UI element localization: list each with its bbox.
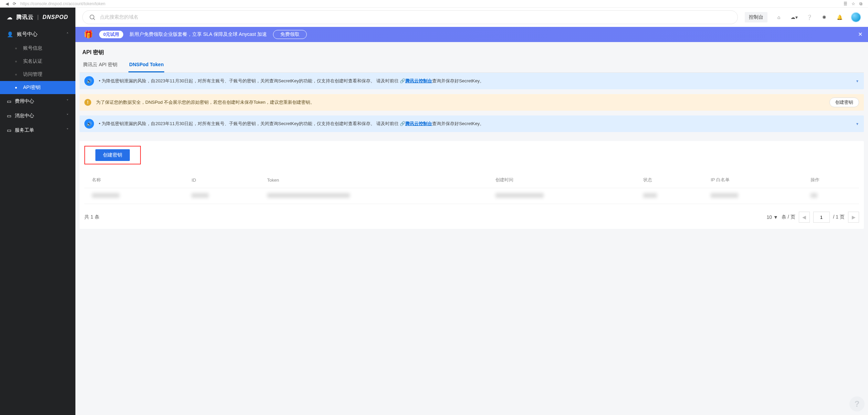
link-icon: 🔗 <box>400 78 405 83</box>
sidebar-section-label: 费用中心 <box>15 98 34 104</box>
browser-address-bar: ◀ ⟳ https://console.dnspod.cn/account/to… <box>0 0 868 8</box>
alert-suffix: 查询并保存好SecretKey。 <box>432 121 484 126</box>
alert-prefix: • 为降低密钥泄漏的风险，自2023年11月30日起，对所有主账号、子账号的密钥… <box>99 78 400 83</box>
sidebar-item-api-key[interactable]: API密钥 <box>0 81 75 94</box>
page-size-select[interactable]: 10 ▼ <box>767 214 778 220</box>
create-key-button[interactable]: 创建密钥 <box>95 149 130 161</box>
speaker-icon: 🔊 <box>84 76 94 86</box>
alert-recreate: ! 为了保证您的数据安全，DNSPod 不会展示您的原始密钥，若您在创建时未保存… <box>80 94 864 111</box>
create-key-highlight: 创建密钥 <box>84 146 141 164</box>
chevron-down-icon[interactable]: ▼ <box>856 79 859 83</box>
sidebar-section-label: 服务工单 <box>15 127 34 133</box>
alert-text: • 为降低密钥泄漏的风险，自2023年11月30日起，对所有主账号、子账号的密钥… <box>99 78 484 84</box>
svg-line-1 <box>93 18 95 20</box>
bell-icon[interactable]: 🔔 <box>836 13 843 21</box>
info-icon: ! <box>84 99 91 106</box>
of-pages-label: / 1 页 <box>833 214 845 220</box>
search-input[interactable]: 点此搜索您的域名 <box>82 10 738 24</box>
nav-back-icon[interactable]: ◀ <box>6 1 9 6</box>
url-field[interactable]: https://console.dnspod.cn/account/token/… <box>20 1 839 6</box>
cell-redacted <box>92 193 119 198</box>
sidebar-item-realname[interactable]: 实名认证 <box>0 55 75 68</box>
alert-link[interactable]: 腾讯云控制台 <box>405 121 432 126</box>
brand-block: ☁ 腾讯云 | DNSPOD <box>0 8 75 27</box>
tab-tencent-api[interactable]: 腾讯云 API 密钥 <box>82 58 118 72</box>
link-icon: 🔗 <box>400 121 405 126</box>
wallet-icon: ▭ <box>7 99 11 104</box>
console-button[interactable]: 控制台 <box>745 12 767 22</box>
search-placeholder: 点此搜索您的域名 <box>100 14 138 20</box>
wechat-icon[interactable]: ✺ <box>820 13 828 21</box>
gift-icon: 🎁 <box>84 30 93 39</box>
body: 👤 账号中心 ˄ 账号信息 实名认证 访问管理 API密钥 ▭费用中心 ˅ ▭消… <box>0 27 868 415</box>
sidebar-item-access[interactable]: 访问管理 <box>0 68 75 81</box>
alert-suffix: 查询并保存好SecretKey。 <box>432 78 484 83</box>
inbox-icon: ▭ <box>7 113 11 119</box>
token-card: 创建密钥 名称 ID Token 创建时间 状态 IP 白名单 操作 <box>80 141 864 229</box>
avatar[interactable] <box>851 12 861 22</box>
ext-icon[interactable]: ⧉ <box>859 1 862 6</box>
cell-redacted <box>191 193 209 198</box>
chevron-down-icon: ˅ <box>66 99 69 104</box>
sidebar-group-label: 账号中心 <box>17 31 38 38</box>
chevron-down-icon: ˅ <box>66 113 69 118</box>
chevron-down-icon[interactable]: ▼ <box>856 122 859 126</box>
cloud-icon: ☁ <box>7 14 13 21</box>
sidebar-group-account[interactable]: 👤 账号中心 ˄ <box>0 27 75 42</box>
pager-total-suffix: 条 <box>95 214 100 220</box>
promo-cta[interactable]: 免费领取 <box>273 30 307 39</box>
th-id: ID <box>184 172 259 188</box>
alert-text: • 为降低密钥泄漏的风险，自2023年11月30日起，对所有主账号、子账号的密钥… <box>99 121 484 127</box>
cell-redacted[interactable] <box>811 193 817 198</box>
brand-dnspod: DNSPOD <box>42 14 68 20</box>
reader-icon[interactable]: ☰ <box>844 1 847 6</box>
cell-redacted <box>643 193 657 198</box>
sidebar-item-account-info[interactable]: 账号信息 <box>0 42 75 55</box>
page-input[interactable] <box>813 212 830 223</box>
tab-dnspod-token[interactable]: DNSPod Token <box>128 58 164 72</box>
svg-point-0 <box>90 15 94 19</box>
alert-secretkey-2: 🔊 • 为降低密钥泄漏的风险，自2023年11月30日起，对所有主账号、子账号的… <box>80 115 864 132</box>
page-title: API 密钥 <box>80 45 864 56</box>
app-root: ◀ ⟳ https://console.dnspod.cn/account/to… <box>0 0 868 415</box>
alert-link[interactable]: 腾讯云控制台 <box>405 78 432 83</box>
prev-page-button[interactable]: ◀ <box>799 212 810 223</box>
brand-cloud: 腾讯云 <box>16 14 34 21</box>
help-icon[interactable]: ❔ <box>805 13 813 21</box>
nav-refresh-icon[interactable]: ⟳ <box>13 1 16 6</box>
close-icon[interactable]: ✕ <box>858 31 862 38</box>
pagination: 共 1 条 10 ▼ 条 / 页 ◀ / 1 页 <box>84 212 859 223</box>
sidebar-section-tickets[interactable]: ▭服务工单 ˅ <box>0 123 75 138</box>
home-icon[interactable]: ⌂ <box>775 13 783 21</box>
star-icon[interactable]: ☆ <box>851 1 855 6</box>
next-page-button[interactable]: ▶ <box>848 212 859 223</box>
per-page-label: 条 / 页 <box>782 214 795 220</box>
help-badge[interactable]: ? <box>849 396 865 412</box>
content: API 密钥 腾讯云 API 密钥 DNSPod Token 🔊 • 为降低密钥… <box>75 42 868 415</box>
th-created: 创建时间 <box>488 172 636 188</box>
alert-yellow-text: 为了保证您的数据安全，DNSPod 不会展示您的原始密钥，若您在创建时未保存To… <box>96 99 315 105</box>
promo-banner: 🎁 0元试用 新用户免费领取企业版套餐，立享 SLA 保障及全球 Anycast… <box>75 27 868 42</box>
table-row <box>84 188 859 204</box>
top-nav: ☁ 腾讯云 | DNSPOD 点此搜索您的域名 控制台 ⌂ ☁▾ ❔ ✺ 🔔 <box>0 8 868 27</box>
tabs: 腾讯云 API 密钥 DNSPod Token <box>80 56 864 73</box>
cloud-menu-icon[interactable]: ☁▾ <box>790 13 798 21</box>
brand-divider: | <box>37 14 39 20</box>
table-header-row: 名称 ID Token 创建时间 状态 IP 白名单 操作 <box>84 172 859 188</box>
recreate-key-button[interactable]: 创建密钥 <box>829 98 859 107</box>
alert-prefix: • 为降低密钥泄漏的风险，自2023年11月30日起，对所有主账号、子账号的密钥… <box>99 121 400 126</box>
pager-controls: 10 ▼ 条 / 页 ◀ / 1 页 ▶ <box>767 212 859 223</box>
user-icon: 👤 <box>7 31 13 38</box>
sidebar: 👤 账号中心 ˄ 账号信息 实名认证 访问管理 API密钥 ▭费用中心 ˅ ▭消… <box>0 27 75 415</box>
pager-total-prefix: 共 <box>84 214 91 220</box>
sidebar-section-billing[interactable]: ▭费用中心 ˅ <box>0 94 75 109</box>
promo-text: 新用户免费领取企业版套餐，立享 SLA 保障及全球 Anycast 加速 <box>129 31 267 38</box>
chevron-down-icon: ˅ <box>66 128 69 133</box>
token-table: 名称 ID Token 创建时间 状态 IP 白名单 操作 <box>84 172 859 204</box>
th-token: Token <box>260 172 488 188</box>
speaker-icon: 🔊 <box>84 119 94 129</box>
sidebar-sub-items: 账号信息 实名认证 访问管理 API密钥 <box>0 42 75 94</box>
main: 🎁 0元试用 新用户免费领取企业版套餐，立享 SLA 保障及全球 Anycast… <box>75 27 868 415</box>
sidebar-section-messages[interactable]: ▭消息中心 ˅ <box>0 109 75 123</box>
th-name: 名称 <box>84 172 184 188</box>
